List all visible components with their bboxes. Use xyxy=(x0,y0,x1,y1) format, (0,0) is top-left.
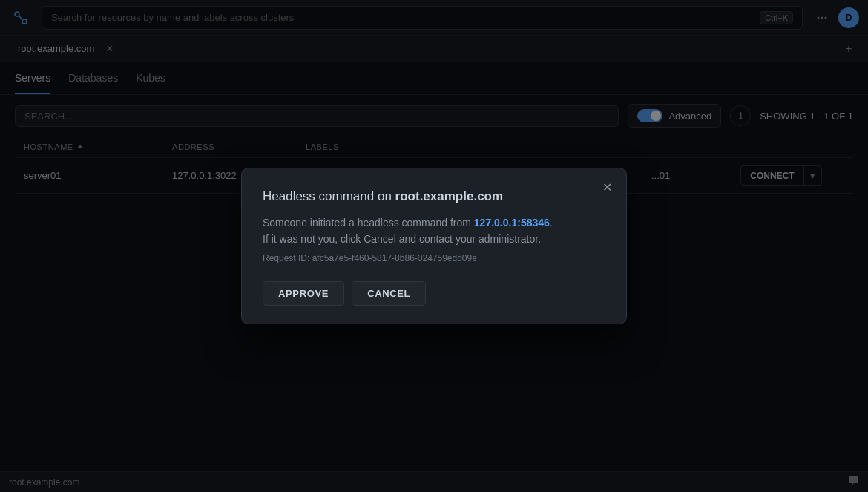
modal-overlay: ✕ Headless command on root.example.com S… xyxy=(0,0,868,492)
modal-title: Headless command on root.example.com xyxy=(263,189,605,204)
modal-title-domain: root.example.com xyxy=(395,189,504,203)
modal-close-button[interactable]: ✕ xyxy=(598,179,616,197)
modal-request-id: Request ID: afc5a7e5-f460-5817-8b86-0247… xyxy=(263,253,605,263)
modal-body: Someone initiated a headless command fro… xyxy=(263,214,605,248)
modal-actions: APPROVE CANCEL xyxy=(263,281,605,306)
cancel-button[interactable]: CANCEL xyxy=(352,281,426,306)
headless-command-modal: ✕ Headless command on root.example.com S… xyxy=(241,168,627,325)
approve-button[interactable]: APPROVE xyxy=(263,281,344,306)
modal-ip: 127.0.0.1:58346 xyxy=(474,217,550,229)
